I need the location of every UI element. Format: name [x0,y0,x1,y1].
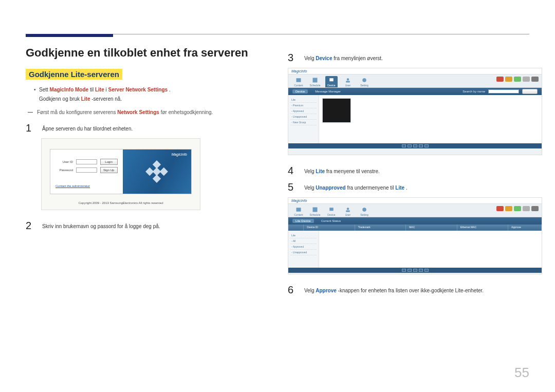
page-button[interactable] [408,144,412,147]
svg-point-8 [347,78,349,81]
sidebar-item[interactable]: Lite [290,97,317,103]
svg-rect-15 [346,211,350,212]
app-titlebar: MagicInfo [288,68,542,74]
nav-content[interactable]: Content [292,77,305,87]
page-button[interactable] [424,269,429,272]
sidebar-item[interactable]: Lite [290,233,317,238]
nav-device[interactable]: Device [325,76,338,87]
export-excel-button[interactable] [522,89,538,94]
status-pin-grey [523,206,530,211]
page-button[interactable] [408,269,412,272]
highlight-lite: Lite [95,87,104,92]
intro-bullet: • Sett MagicInfo Mode til Lite i Server … [34,86,267,94]
login-copyright: Copyright 2009 - 2013 SamsungElectronics… [42,201,200,204]
step-number: 4 [288,164,297,176]
sidebar-item[interactable]: - New Group [290,120,317,125]
svg-rect-5 [297,78,301,82]
lite-body: Lite - All - Approved - Unapproved [288,231,542,268]
highlight-magicinfo-mode: MagicInfo Mode [50,87,89,92]
text-fragment: Velg [304,169,316,174]
sidebar-item[interactable]: - Unapproved [290,114,317,120]
step-text: Skriv inn brukernavn og passord for å lo… [42,219,267,231]
status-pin-red [496,77,504,82]
svg-rect-6 [313,78,318,83]
password-input[interactable] [76,167,97,173]
nav-device[interactable]: Device [325,207,338,217]
text-fragment: Sett [39,87,50,92]
subtab-device[interactable]: Device [292,89,308,94]
device-subtabs: Device Message Manager Search by name [288,88,542,95]
col-checkbox [288,225,304,231]
svg-point-16 [362,208,366,212]
text-fragment: Velg [304,185,316,191]
nav-schedule[interactable]: Schedule [309,207,321,217]
nav-setting[interactable]: Setting [358,207,371,217]
svg-rect-9 [346,81,350,83]
nav-setting[interactable]: Setting [358,77,371,87]
step-4: 4 Velg Lite fra menyene til venstre. [288,164,529,176]
step-text: Velg Unapproved fra undermenyene til Lit… [304,181,529,192]
page-button[interactable] [419,269,423,272]
highlight-unapproved: Unapproved [316,185,345,191]
login-panel: User ID Login Password Sign Up Contact t… [50,149,192,194]
sidebar-item[interactable]: - All [290,238,317,244]
screenshot-device-menu: MagicInfo Content Schedule Device User S… [288,68,542,155]
lite-table-area [319,231,542,268]
nav-content[interactable]: Content [292,207,305,217]
page-button[interactable] [424,144,429,147]
contact-admin-link[interactable]: Contact the administrator [55,184,118,188]
sidebar-item[interactable]: - Unapproved [290,250,317,255]
page-button[interactable] [413,269,417,272]
status-pin-red [496,206,504,211]
step-number: 1 [26,122,35,133]
text-fragment: -knappen for enheten fra listen over ikk… [338,288,484,293]
nav-user[interactable]: User [342,207,354,217]
userid-input[interactable] [76,159,97,164]
highlight-network-settings: Network Settings [117,109,159,115]
search-label: Search by name [462,90,485,93]
page-button[interactable] [413,144,417,147]
login-button[interactable]: Login [100,159,118,165]
text-fragment: Velg [304,288,316,293]
col-mac: MAC [406,225,457,231]
page-button[interactable] [402,144,406,147]
step-1: 1 Åpne serveren du har tilordnet enheten… [26,122,267,133]
col-device-id: Device ID [304,225,355,231]
subtab-lite-device[interactable]: Lite Device [292,219,314,223]
step-2: 2 Skriv inn brukernavn og passord for å … [26,219,267,231]
col-approve: Approve [508,225,542,231]
pagination-bar [288,143,542,148]
subtab-message-manager[interactable]: Message Manager [312,89,344,94]
device-body: Lite - Premium - Approved - Unapproved -… [288,95,542,143]
step-text: Velg Lite fra menyene til venstre. [304,164,529,176]
app-topnav: Content Schedule Device User Setting [288,204,542,217]
bullet-line-2: Godkjenn og bruk Lite -serveren nå. [39,95,267,103]
svg-rect-2 [153,175,161,183]
sidebar-item[interactable]: - Approved [290,244,317,250]
userid-label: User ID [55,160,73,163]
right-column: 3 Velg Device fra menylinjen øverst. Mag… [288,31,529,300]
brand-text: MagicInfo [291,199,307,202]
text-fragment: fra undermenyene til [347,185,395,191]
page-number: 55 [514,365,529,381]
subtab-current-status[interactable]: Current Status [318,219,344,223]
search-input[interactable] [488,89,519,94]
page-button[interactable] [402,269,406,272]
device-thumbnail[interactable] [322,98,351,123]
nav-schedule[interactable]: Schedule [309,77,321,87]
sidebar-item[interactable]: - Approved [290,108,317,114]
bullet-text: Sett MagicInfo Mode til Lite i Server Ne… [39,86,267,94]
nav-user[interactable]: User [342,77,354,87]
highlight-device: Device [316,55,332,61]
text-fragment: . [406,185,408,191]
settings-icon[interactable] [531,77,539,82]
text-fragment: . [169,87,171,92]
lite-subtabs: Lite Device Current Status [288,217,542,225]
subtab-right-tools: Search by name [462,89,538,94]
signup-button[interactable]: Sign Up [100,167,118,173]
settings-icon[interactable] [531,206,539,211]
page-button[interactable] [419,144,423,147]
bullet-dot: • [34,86,39,94]
sidebar-item[interactable]: - Premium [290,103,317,108]
svg-point-10 [362,78,366,82]
